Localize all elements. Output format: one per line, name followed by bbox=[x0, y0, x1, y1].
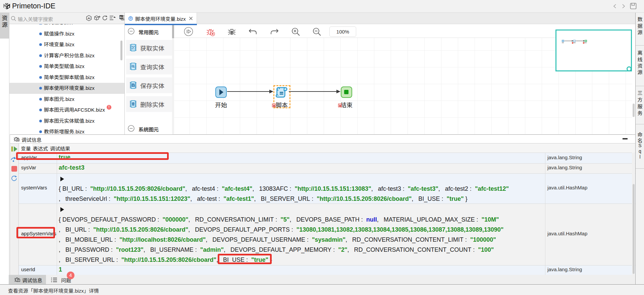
svg-text:AI: AI bbox=[88, 17, 90, 20]
